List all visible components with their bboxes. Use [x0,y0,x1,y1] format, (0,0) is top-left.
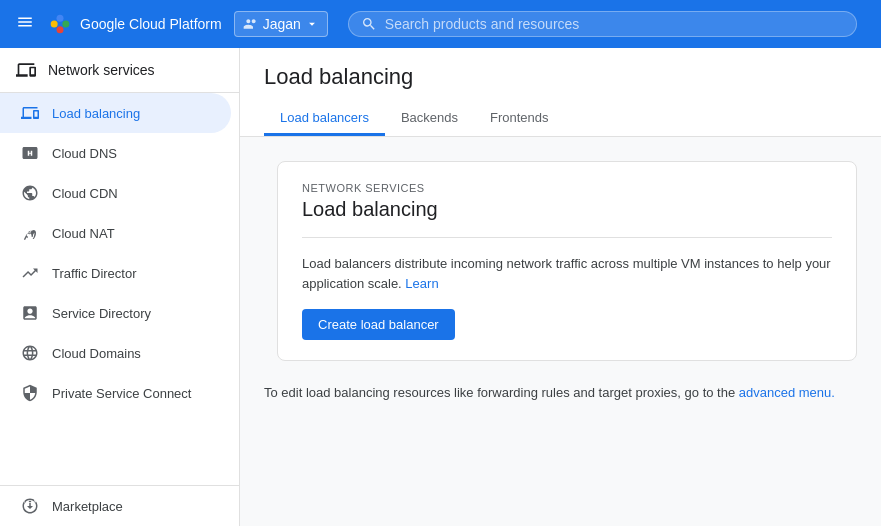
sidebar-item-private-service-connect[interactable]: Private Service Connect [0,373,231,413]
create-load-balancer-button[interactable]: Create load balancer [302,309,455,340]
sidebar-item-label: Load balancing [52,106,140,121]
sidebar-item-label: Cloud NAT [52,226,115,241]
search-bar[interactable] [348,11,857,37]
project-name: Jagan [263,16,301,32]
marketplace-icon [20,496,40,516]
brand-name: Google Cloud Platform [80,16,222,32]
sidebar-item-service-directory[interactable]: Service Directory [0,293,231,333]
service-directory-icon [20,303,40,323]
search-input[interactable] [385,16,844,32]
load-balancing-icon [20,103,40,123]
info-card-divider [302,237,832,238]
info-card-title: Load balancing [302,198,832,221]
sidebar-item-label: Traffic Director [52,266,137,281]
sidebar-section-title: Network services [48,62,155,78]
info-card-description: Load balancers distribute incoming netwo… [302,254,832,293]
sidebar-item-cloud-nat[interactable]: Cloud NAT [0,213,231,253]
sidebar-item-load-balancing[interactable]: Load balancing [0,93,231,133]
sidebar-bottom: Marketplace [0,485,239,526]
tab-backends[interactable]: Backends [385,102,474,136]
footer-note: To edit load balancing resources like fo… [264,385,857,400]
sidebar-item-cloud-dns[interactable]: Cloud DNS [0,133,231,173]
tab-frontends[interactable]: Frontends [474,102,565,136]
advanced-menu-link[interactable]: advanced menu. [739,385,835,400]
svg-point-1 [57,15,64,22]
sidebar: Network services Load balancing Cloud DN… [0,48,240,526]
page-title: Load balancing [264,64,857,90]
sidebar-item-traffic-director[interactable]: Traffic Director [0,253,231,293]
info-card: Network Services Load balancing Load bal… [277,161,857,361]
content-body: Network Services Load balancing Load bal… [240,137,881,526]
top-navigation: Google Cloud Platform Jagan [0,0,881,48]
sidebar-item-marketplace[interactable]: Marketplace [0,486,231,526]
hamburger-menu-icon[interactable] [12,9,38,40]
sidebar-item-cloud-domains[interactable]: Cloud Domains [0,333,231,373]
google-cloud-icon [46,10,74,38]
cloud-nat-icon [20,223,40,243]
main-layout: Network services Load balancing Cloud DN… [0,48,881,526]
cloud-domains-icon [20,343,40,363]
sidebar-item-cloud-cdn[interactable]: Cloud CDN [0,173,231,213]
project-selector[interactable]: Jagan [234,11,328,37]
svg-point-3 [57,26,64,33]
tabs-container: Load balancers Backends Frontends [264,102,857,136]
sidebar-item-label: Private Service Connect [52,386,191,401]
brand-logo: Google Cloud Platform [46,10,222,38]
traffic-director-icon [20,263,40,283]
svg-point-2 [62,21,69,28]
sidebar-item-label: Marketplace [52,499,123,514]
main-content: Load balancing Load balancers Backends F… [240,48,881,526]
svg-point-0 [51,21,58,28]
info-card-category: Network Services [302,182,832,194]
content-header: Load balancing Load balancers Backends F… [240,48,881,137]
sidebar-item-label: Cloud DNS [52,146,117,161]
sidebar-item-label: Service Directory [52,306,151,321]
cloud-cdn-icon [20,183,40,203]
cloud-dns-icon [20,143,40,163]
private-service-connect-icon [20,383,40,403]
tab-load-balancers[interactable]: Load balancers [264,102,385,136]
learn-more-link[interactable]: Learn [405,276,438,291]
sidebar-item-label: Cloud Domains [52,346,141,361]
sidebar-section-header: Network services [0,48,239,93]
sidebar-item-label: Cloud CDN [52,186,118,201]
